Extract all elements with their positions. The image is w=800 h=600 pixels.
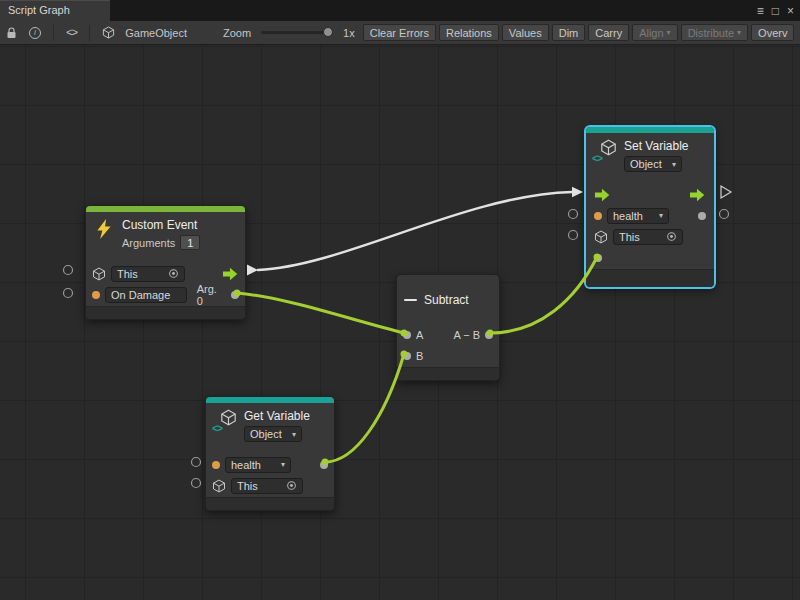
node-set-variable[interactable]: <> Set Variable Object ▾ health ▾	[585, 126, 715, 288]
chevron-down-icon: ▾	[672, 160, 676, 169]
node-subtract[interactable]: Subtract A A − B B	[396, 274, 500, 381]
graph-port-marker[interactable]	[569, 231, 578, 240]
node-footer	[586, 269, 714, 287]
toolbar-separator	[53, 25, 54, 41]
variable-name-dropdown[interactable]: health ▾	[225, 457, 291, 473]
info-icon[interactable]: i	[23, 21, 47, 44]
node-header[interactable]: Custom Event Arguments 1	[86, 212, 245, 262]
object-picker-icon[interactable]	[666, 231, 677, 242]
event-name-field[interactable]: On Damage	[105, 287, 187, 303]
node-get-variable[interactable]: <> Get Variable Object ▾ health ▾	[205, 396, 335, 511]
gameobject-icon	[96, 21, 121, 44]
zoom-value: 1x	[339, 27, 359, 39]
zoom-slider-knob[interactable]	[323, 27, 333, 37]
toolbar-buttons: Clear Errors Relations Values Dim Carry …	[363, 24, 798, 41]
relations-button[interactable]: Relations	[439, 24, 499, 41]
variable-icon: <>	[593, 139, 617, 163]
node-header[interactable]: <> Set Variable Object ▾	[586, 133, 714, 183]
input-a-label: A	[416, 329, 423, 341]
graph-canvas[interactable]: Custom Event Arguments 1 This	[0, 45, 800, 600]
gameobject-icon	[594, 230, 608, 244]
value-output-port[interactable]	[320, 461, 328, 469]
graph-port-marker[interactable]	[569, 210, 578, 219]
flow-input-port[interactable]	[594, 188, 611, 202]
values-button[interactable]: Values	[502, 24, 549, 41]
node-header[interactable]: Subtract	[397, 275, 499, 323]
lightning-icon	[93, 218, 115, 240]
target-object-field[interactable]: This	[111, 266, 185, 282]
align-button[interactable]: Align▾	[632, 24, 677, 41]
zoom-slider[interactable]	[261, 31, 333, 34]
dim-button[interactable]: Dim	[552, 24, 586, 41]
chevron-down-icon: ▾	[737, 28, 741, 37]
window-controls: ≡ □ ×	[757, 0, 800, 21]
menu-icon[interactable]: ≡	[757, 5, 764, 17]
node-custom-event[interactable]: Custom Event Arguments 1 This	[85, 205, 246, 320]
edit-graph-icon[interactable]: <>	[60, 21, 83, 44]
wire-arg0-to-subtract-a[interactable]	[237, 293, 404, 333]
port-row-name: health ▾	[586, 205, 714, 226]
value-output-port[interactable]	[698, 212, 706, 220]
port-row-a: A A − B	[397, 324, 499, 345]
object-picker-icon[interactable]	[168, 268, 179, 279]
overview-button[interactable]: Overv	[751, 24, 794, 41]
input-b-port[interactable]	[403, 352, 411, 360]
port-row-value-input	[586, 247, 714, 268]
object-picker-icon[interactable]	[286, 480, 297, 491]
arguments-label: Arguments	[122, 237, 175, 249]
port-row-target: This	[586, 226, 714, 247]
clear-errors-button[interactable]: Clear Errors	[363, 24, 436, 41]
node-footer	[86, 306, 245, 319]
maximize-icon[interactable]: □	[772, 5, 779, 17]
port-row-target: This	[206, 475, 334, 496]
input-a-port[interactable]	[403, 331, 411, 339]
flow-output-port[interactable]	[222, 267, 239, 281]
gameobject-icon	[212, 479, 226, 493]
graph-port-marker[interactable]	[192, 479, 201, 488]
wire-flow-customevent-to-setvariable[interactable]	[258, 192, 572, 270]
port-row-target: This	[86, 263, 245, 284]
node-title: Get Variable	[244, 409, 310, 423]
graph-port-marker[interactable]	[64, 289, 73, 298]
target-object-field[interactable]: This	[613, 229, 683, 245]
graph-port-marker[interactable]	[64, 266, 73, 275]
graph-port-marker[interactable]	[720, 210, 729, 219]
flow-output-port[interactable]	[689, 188, 706, 202]
lock-icon[interactable]	[0, 21, 23, 44]
variable-name-dropdown[interactable]: health ▾	[607, 208, 669, 224]
port-row-flow	[586, 184, 714, 205]
variable-name-port[interactable]	[212, 461, 220, 469]
carry-button[interactable]: Carry	[588, 24, 629, 41]
wire-start-arrow	[247, 265, 258, 276]
gameobject-label[interactable]: GameObject	[121, 27, 191, 39]
node-title: Custom Event	[122, 218, 200, 232]
distribute-button[interactable]: Distribute▾	[681, 24, 748, 41]
node-footer	[206, 497, 334, 510]
variable-name-port[interactable]	[594, 212, 602, 220]
graph-port-marker[interactable]	[192, 458, 201, 467]
variable-scope-dropdown[interactable]: Object ▾	[244, 426, 302, 442]
arg-output-label: Arg. 0	[197, 283, 226, 307]
arguments-count-field[interactable]: 1	[180, 235, 200, 250]
target-object-field[interactable]: This	[231, 478, 303, 494]
node-footer	[397, 367, 499, 380]
result-output-port[interactable]	[485, 331, 493, 339]
arg-output-port[interactable]	[231, 291, 239, 299]
wire-getvariable-to-subtract-b[interactable]	[325, 354, 404, 462]
tab-script-graph[interactable]: Script Graph	[0, 0, 110, 21]
graph-flow-marker[interactable]	[721, 186, 731, 198]
chevron-down-icon: ▾	[667, 28, 671, 37]
node-header[interactable]: <> Get Variable Object ▾	[206, 403, 334, 453]
gameobject-icon	[92, 267, 106, 281]
string-input-port[interactable]	[92, 291, 100, 299]
port-row-b: B	[397, 345, 499, 366]
node-title: Subtract	[424, 293, 469, 307]
chevron-down-icon: ▾	[281, 460, 285, 469]
variable-scope-dropdown[interactable]: Object ▾	[624, 156, 682, 172]
output-label: A − B	[453, 329, 480, 341]
close-icon[interactable]: ×	[787, 5, 794, 17]
node-title: Set Variable	[624, 139, 688, 153]
input-b-label: B	[416, 350, 423, 362]
new-value-input-port[interactable]	[594, 254, 602, 262]
wire-subtract-to-setvariable[interactable]	[490, 257, 597, 333]
